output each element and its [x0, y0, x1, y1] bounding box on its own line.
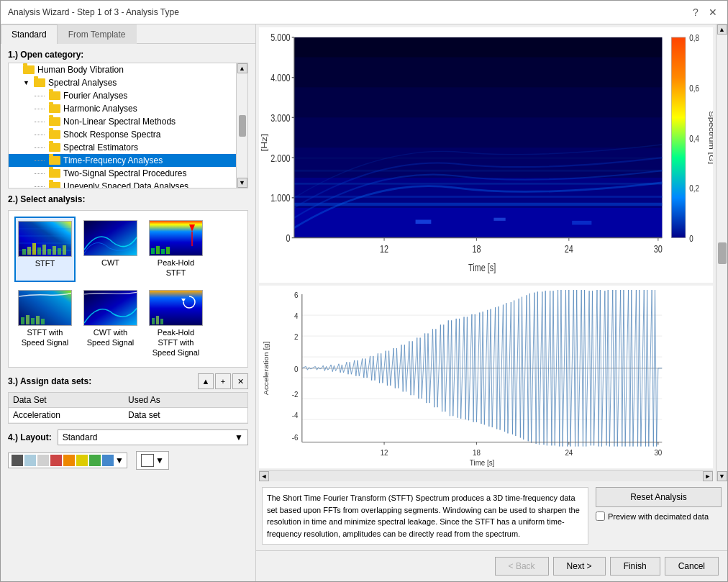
preview-check-label: Preview with decimated data	[608, 512, 709, 521]
h-scroll-track[interactable]	[269, 470, 703, 481]
tree-item-two-signal[interactable]: Two-Signal Spectral Procedures	[9, 167, 247, 180]
svg-text:2: 2	[294, 333, 299, 342]
tree-item-fourier[interactable]: Fourier Analyses	[9, 89, 247, 102]
assign-remove-btn[interactable]: ✕	[232, 373, 248, 389]
back-button[interactable]: < Back	[495, 557, 549, 576]
tree-item-human-body[interactable]: Human Body Vibration	[9, 63, 247, 76]
tree-item-time-freq[interactable]: Time-Frequency Analyses	[9, 154, 247, 167]
chart-upper-svg: 5.000 4.000 3.000 2.000 1.000 0 12 18 24…	[259, 27, 713, 283]
svg-text:Acceleration [g]: Acceleration [g]	[263, 341, 270, 395]
scroll-thumb[interactable]	[239, 115, 246, 137]
svg-text:0: 0	[689, 234, 693, 243]
stft-label: STFT	[35, 258, 55, 268]
v-scrollbar[interactable]: ▲ ▼	[716, 24, 727, 481]
tree-item-unevenly[interactable]: Unevenly Spaced Data Analyses	[9, 180, 247, 188]
analysis-item-cwt-speed[interactable]: CWT with Speed Signal	[80, 286, 141, 362]
col-header-dataset: Data Set	[9, 393, 124, 407]
category-tree[interactable]: Human Body Vibration ▼ Spectral Analyses…	[8, 63, 248, 188]
folder-icon-nonlinear	[49, 117, 60, 126]
close-button[interactable]: ✕	[706, 5, 720, 19]
tree-scrollbar[interactable]: ▲ ▼	[236, 63, 247, 188]
svg-rect-5	[22, 249, 26, 255]
footer: < Back Next > Finish Cancel	[256, 550, 727, 581]
assign-table: Data Set Used As Acceleration Data set	[8, 392, 248, 424]
cwt-speed-label: CWT with Speed Signal	[83, 327, 137, 348]
svg-rect-23	[21, 317, 24, 324]
assign-add-btn[interactable]: +	[215, 373, 231, 389]
peak-hold-label: Peak-Hold STFT	[149, 258, 203, 278]
cwt-thumb	[83, 220, 137, 256]
peak-hold-chart	[150, 221, 203, 256]
svg-text:12: 12	[380, 244, 388, 255]
bottom-area: The Short Time Fourier Transform (STFT) …	[256, 481, 727, 550]
svg-rect-32	[156, 316, 159, 324]
folder-icon-spectral-est	[49, 143, 60, 152]
svg-rect-41	[294, 37, 662, 58]
tree-item-harmonic[interactable]: Harmonic Analyses	[9, 102, 247, 115]
svg-text:0,8: 0,8	[689, 33, 699, 42]
section3-header: 3.) Assign data sets: ▲ + ✕	[1, 370, 255, 392]
svg-text:Spectrum [G]: Spectrum [G]	[708, 111, 713, 164]
scroll-up-btn[interactable]: ▲	[237, 63, 247, 73]
section2-label: 2.) Select analysis:	[1, 188, 255, 207]
svg-rect-19	[156, 246, 160, 254]
tree-item-nonlinear[interactable]: Non-Linear Spectral Methods	[9, 115, 247, 128]
col-header-usedas: Used As	[124, 393, 247, 407]
layout-dropdown[interactable]: Standard ▼	[58, 429, 248, 445]
v-scroll-thumb[interactable]	[718, 242, 727, 264]
svg-rect-40	[294, 58, 662, 88]
svg-rect-44	[294, 183, 662, 185]
svg-rect-11	[53, 246, 56, 255]
svg-text:0,6: 0,6	[689, 83, 699, 93]
analysis-item-stft[interactable]: STFT	[14, 217, 76, 282]
h-scrollbar[interactable]: ◄ ►	[259, 470, 713, 481]
reset-analysis-button[interactable]: Reset Analysis	[596, 487, 722, 507]
tree-item-shock[interactable]: Shock Response Spectra	[9, 128, 247, 141]
analysis-item-stft-speed[interactable]: STFT with Speed Signal	[14, 286, 76, 362]
scroll-down-btn[interactable]: ▼	[237, 178, 247, 188]
assign-row-0[interactable]: Acceleration Data set	[9, 408, 247, 423]
cancel-button[interactable]: Cancel	[665, 557, 719, 576]
chart-upper-container: 5.000 4.000 3.000 2.000 1.000 0 12 18 24…	[259, 27, 713, 283]
layout-style-btn[interactable]: ▼	[136, 451, 169, 470]
svg-text:0,4: 0,4	[689, 134, 699, 143]
charts-wrapper: 5.000 4.000 3.000 2.000 1.000 0 12 18 24…	[256, 24, 727, 481]
assign-up-btn[interactable]: ▲	[198, 373, 214, 389]
preview-checkbox[interactable]	[596, 511, 605, 521]
svg-rect-50	[671, 37, 686, 238]
svg-rect-33	[160, 319, 163, 324]
color-swatch-dropdown[interactable]: ▼	[8, 453, 127, 468]
right-panel: 5.000 4.000 3.000 2.000 1.000 0 12 18 24…	[256, 24, 727, 581]
svg-rect-8	[37, 247, 41, 255]
v-scroll-up-btn[interactable]: ▲	[717, 24, 727, 35]
stft-thumb	[18, 221, 72, 257]
analysis-item-cwt[interactable]: CWT	[80, 217, 141, 282]
v-scroll-down-btn[interactable]: ▼	[717, 471, 727, 481]
right-controls: Reset Analysis Preview with decimated da…	[596, 487, 722, 545]
help-button[interactable]: ?	[688, 5, 703, 19]
cwt-label: CWT	[101, 258, 119, 268]
layout-style-square	[141, 454, 154, 467]
next-button[interactable]: Next >	[553, 557, 606, 576]
svg-text:2.000: 2.000	[270, 153, 290, 164]
h-scroll-left-btn[interactable]: ◄	[259, 471, 269, 481]
tree-item-spectral-est[interactable]: Spectral Estimators	[9, 141, 247, 154]
stft-speed-thumb	[18, 290, 72, 326]
title-bar: Analysis Wizard - Step 1 of 3 - Analysis…	[1, 1, 727, 24]
finish-button[interactable]: Finish	[610, 557, 660, 576]
svg-text:-6: -6	[292, 434, 299, 442]
svg-text:30: 30	[654, 448, 662, 457]
tree-item-spectral[interactable]: ▼ Spectral Analyses	[9, 76, 247, 89]
tab-standard[interactable]: Standard	[1, 24, 58, 44]
svg-rect-7	[32, 243, 36, 255]
svg-rect-6	[27, 247, 31, 255]
analysis-item-peak-hold[interactable]: Peak-Hold STFT	[145, 217, 206, 282]
svg-text:24: 24	[565, 448, 573, 457]
tab-from-template[interactable]: From Template	[58, 24, 137, 44]
section1-label: 1.) Open category:	[1, 44, 255, 63]
stft-speed-chart	[19, 291, 72, 326]
analysis-item-peak-hold-speed[interactable]: Peak-Hold STFT with Speed Signal	[145, 286, 206, 362]
svg-text:12: 12	[381, 448, 388, 457]
folder-icon-harmonic	[49, 104, 60, 113]
h-scroll-right-btn[interactable]: ►	[703, 471, 713, 481]
